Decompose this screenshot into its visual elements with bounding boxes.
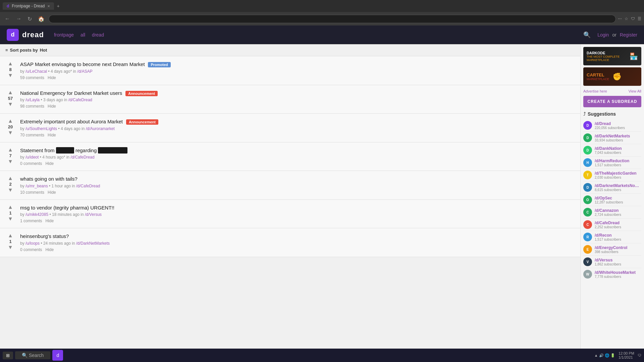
nav-all[interactable]: all: [80, 32, 85, 38]
vote-down-button[interactable]: ▼: [8, 245, 13, 250]
comments-link[interactable]: 98 comments: [20, 104, 44, 109]
sub-info: /d/Versus 1,862 subscribers: [595, 258, 641, 266]
hide-link[interactable]: Hide: [48, 104, 56, 109]
suggestion-item[interactable]: H /d/HarmReduction 1,517 subscribers: [583, 157, 641, 169]
post-author-link[interactable]: /u/nikk42085: [25, 212, 48, 217]
vote-area: ▲ 1 ▼: [5, 204, 15, 222]
post-author-link[interactable]: /u/Layla: [25, 98, 40, 102]
suggestion-item[interactable]: C /d/CafeDread 2,252 subscribers: [583, 219, 641, 231]
vote-down-button[interactable]: ▼: [8, 73, 13, 78]
refresh-button[interactable]: ↻: [25, 15, 34, 23]
comments-link[interactable]: 0 comments: [20, 161, 42, 166]
post-subdread-link[interactable]: /d/ASAP: [77, 69, 92, 74]
vote-up-button[interactable]: ▲: [8, 90, 13, 95]
comments-link[interactable]: 70 comments: [20, 133, 44, 137]
forward-button[interactable]: →: [14, 15, 23, 22]
home-button[interactable]: 🏠: [36, 15, 47, 23]
search-button[interactable]: 🔍: [583, 31, 591, 39]
post-author-link[interactable]: /u/loops: [25, 241, 40, 246]
post-author-link[interactable]: /u/SouthernLights: [25, 126, 57, 131]
browser-tab[interactable]: d Frontpage - Dread ✕: [3, 2, 54, 10]
start-button[interactable]: ⊞: [3, 352, 13, 359]
vote-down-button[interactable]: ▼: [8, 159, 13, 164]
new-tab-button[interactable]: +: [57, 3, 59, 9]
vote-down-button[interactable]: ▼: [8, 102, 13, 107]
create-subdread-button[interactable]: CREATE A SUBDREAD: [583, 96, 641, 107]
post-author-link[interactable]: /u/LeChacal: [25, 69, 47, 74]
post-title-link[interactable]: heinsenburg's status?: [20, 233, 69, 239]
suggestion-item[interactable]: D /d/DarknetMarketsNoobs 8,615 subscribe…: [583, 181, 641, 194]
suggestion-item[interactable]: E /d/EnergyControl 398 subscribers: [583, 243, 641, 256]
vote-up-button[interactable]: ▲: [8, 176, 13, 181]
close-icon[interactable]: ✕: [47, 4, 50, 8]
vote-down-button[interactable]: ▼: [8, 130, 13, 135]
back-button[interactable]: ←: [3, 15, 12, 22]
suggestion-item[interactable]: D /d/DankNation 7,043 subscribers: [583, 144, 641, 157]
comments-link[interactable]: 1 comments: [20, 219, 42, 223]
post-title-link[interactable]: National Emergency for Darknet Market us…: [20, 90, 122, 96]
sub-subscribers: 33,934 subscribers: [595, 138, 641, 142]
suggestion-item[interactable]: D /d/Dread 220,056 subscribers: [583, 119, 641, 132]
hide-link[interactable]: Hide: [45, 247, 54, 252]
post-author-link[interactable]: /u/ideot: [25, 155, 39, 160]
vote-up-button[interactable]: ▲: [8, 61, 13, 66]
view-all-link[interactable]: View All: [629, 89, 641, 93]
hide-link[interactable]: Hide: [48, 190, 56, 195]
nav-dread[interactable]: dread: [92, 32, 104, 38]
post-subdread-link[interactable]: /d/DarkNetMarkets: [76, 241, 110, 246]
post-meta: by /u/Layla • 3 days ago in /d/CafeDread: [20, 98, 575, 102]
dread-taskbar-icon[interactable]: d: [52, 350, 63, 361]
hide-link[interactable]: Hide: [48, 75, 56, 80]
comments-link[interactable]: 59 comments: [20, 75, 44, 80]
vote-area: ▲ 2 ▼: [5, 176, 15, 193]
post-title-link[interactable]: msg to vendor (tegrity pharma) URGENT!!: [20, 205, 114, 210]
vote-down-button[interactable]: ▼: [8, 216, 13, 222]
post-title-row: ASAP Market envisaging to become next Dr…: [20, 61, 575, 68]
vote-up-button[interactable]: ▲: [8, 204, 13, 210]
post-author-link[interactable]: /u/mr_beans: [25, 184, 48, 188]
advertise-link[interactable]: Advertise here: [583, 89, 607, 93]
post-item: ▲ 2 ▼ whats going on with tails? by /u/m…: [0, 171, 580, 200]
hide-link[interactable]: Hide: [45, 161, 54, 166]
comments-link[interactable]: 0 comments: [20, 247, 42, 252]
sort-value[interactable]: Hot: [40, 48, 47, 53]
vote-up-button[interactable]: ▲: [8, 233, 13, 238]
suggestion-item[interactable]: W /d/WhiteHouseMarket 7,778 subscribers: [583, 268, 641, 280]
post-subdread-link[interactable]: /d/Versus: [85, 212, 102, 217]
comments-link[interactable]: 10 comments: [20, 190, 44, 195]
suggestion-item[interactable]: V /d/Versus 1,862 subscribers: [583, 256, 641, 268]
post-item: ▲ 8 ▼ ASAP Market envisaging to become n…: [0, 56, 580, 85]
vote-area: ▲ 57 ▼: [5, 90, 15, 107]
suggestion-item[interactable]: R /d/Recon 1,517 subscribers: [583, 231, 641, 243]
suggestion-item[interactable]: T /d/TheMajesticGarden 2,030 subscribers: [583, 169, 641, 181]
post-subdread-link[interactable]: /d/CafeDread: [68, 98, 92, 102]
taskbar-search-bar[interactable]: 🔍 Search: [15, 351, 50, 359]
sub-subscribers: 220,056 subscribers: [595, 126, 641, 130]
hide-link[interactable]: Hide: [48, 133, 56, 137]
post-title-link[interactable]: ASAP Market envisaging to become next Dr…: [20, 61, 145, 67]
sidebar-ad-cartel[interactable]: CARTEL MARKETPLACE ✊: [583, 67, 641, 86]
login-link[interactable]: Login: [597, 32, 609, 38]
post-title-link[interactable]: Extremely important post about Aurora Ma…: [20, 119, 123, 124]
sub-info: /d/WhiteHouseMarket 7,778 subscribers: [595, 270, 641, 279]
header-right: 🔍 Login or Register: [583, 31, 637, 39]
hide-link[interactable]: Hide: [45, 219, 54, 223]
vote-up-button[interactable]: ▲: [8, 118, 13, 124]
post-subdread-link[interactable]: /d/CafeDread: [76, 184, 100, 188]
post-subdread-link[interactable]: /d/CafeDread: [70, 155, 94, 160]
post-subdread-link[interactable]: /d/Auroramarket: [86, 126, 115, 131]
post-title-link[interactable]: whats going on with tails?: [20, 176, 77, 182]
address-bar[interactable]: [49, 15, 616, 23]
register-link[interactable]: Register: [620, 32, 637, 38]
vote-up-button[interactable]: ▲: [8, 147, 13, 153]
sub-name: /d/Versus: [595, 258, 641, 262]
suggestion-item[interactable]: C /d/Cannazon 2,724 subscribers: [583, 206, 641, 219]
nav-frontpage[interactable]: frontpage: [54, 32, 74, 38]
sidebar-ad-darkode[interactable]: DARKODE THE MOST COMPLETE MARKETPLACE 🏪: [583, 47, 641, 65]
vote-down-button[interactable]: ▼: [8, 187, 13, 193]
post-title-link[interactable]: Statement from regarding: [20, 147, 127, 153]
post-meta: by /u/ideot • 4 hours ago* in /d/CafeDre…: [20, 155, 575, 160]
suggestion-item[interactable]: O /d/OpSec 12,287 subscribers: [583, 194, 641, 206]
sort-icon: ≡: [5, 48, 8, 53]
suggestion-item[interactable]: D /d/DarkNetMarkets 33,934 subscribers: [583, 132, 641, 144]
